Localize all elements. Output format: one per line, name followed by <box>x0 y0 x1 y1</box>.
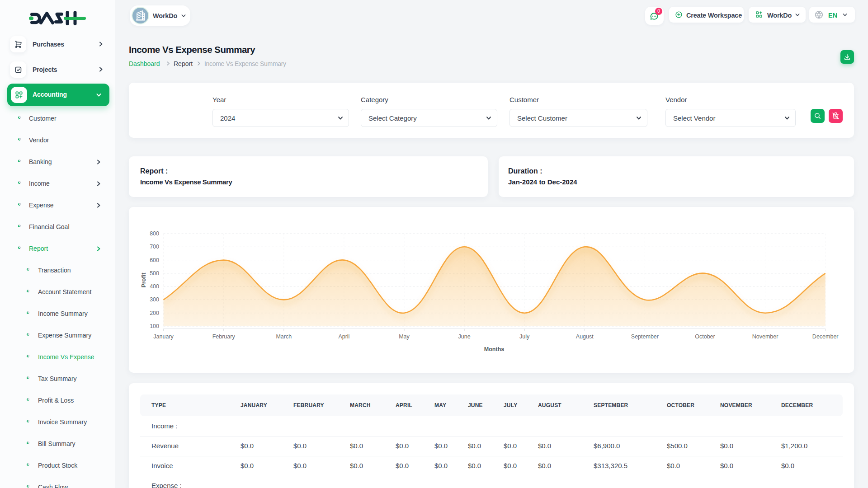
svg-text:700: 700 <box>150 244 159 250</box>
svg-text:December: December <box>812 333 839 340</box>
svg-text:300: 300 <box>150 296 159 303</box>
svg-text:October: October <box>695 333 715 340</box>
svg-text:June: June <box>458 333 471 340</box>
svg-text:Months: Months <box>484 346 504 352</box>
svg-text:600: 600 <box>150 257 159 263</box>
svg-text:100: 100 <box>150 323 159 329</box>
svg-text:400: 400 <box>150 283 159 290</box>
svg-text:February: February <box>212 333 236 340</box>
svg-text:March: March <box>276 333 292 340</box>
svg-text:500: 500 <box>150 270 159 277</box>
svg-text:November: November <box>752 333 778 340</box>
svg-text:Profit: Profit <box>141 272 147 287</box>
svg-text:August: August <box>576 333 594 340</box>
svg-text:September: September <box>631 333 659 340</box>
svg-text:800: 800 <box>150 230 159 237</box>
svg-text:January: January <box>153 333 174 340</box>
svg-text:200: 200 <box>150 310 159 316</box>
svg-text:July: July <box>519 333 530 340</box>
svg-text:May: May <box>399 333 410 340</box>
svg-text:April: April <box>338 333 349 340</box>
